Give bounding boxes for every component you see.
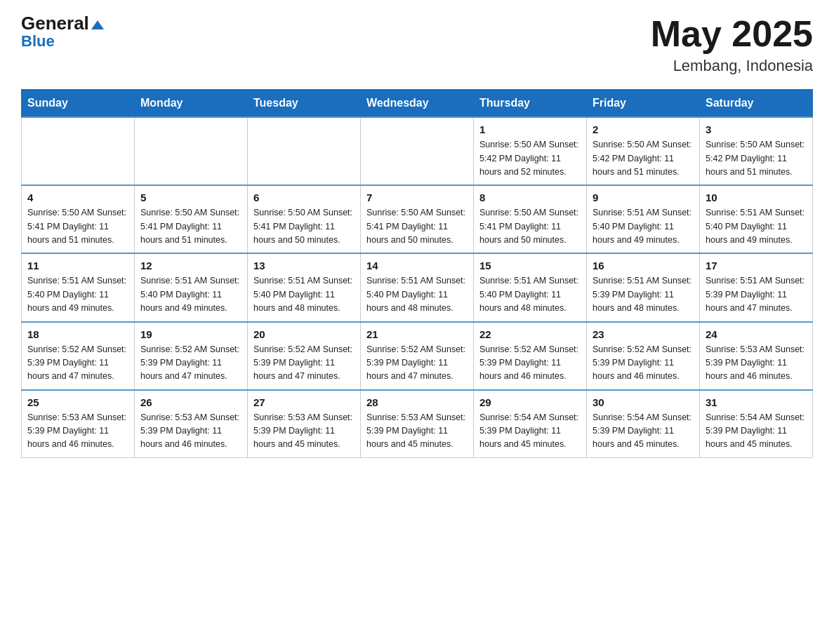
calendar-cell: 1Sunrise: 5:50 AM Sunset: 5:42 PM Daylig…	[474, 117, 587, 185]
logo-general-label: General	[21, 13, 89, 34]
calendar-cell: 11Sunrise: 5:51 AM Sunset: 5:40 PM Dayli…	[22, 253, 135, 321]
day-info: Sunrise: 5:52 AM Sunset: 5:39 PM Dayligh…	[366, 343, 468, 384]
calendar-cell: 4Sunrise: 5:50 AM Sunset: 5:41 PM Daylig…	[22, 185, 135, 253]
month-year-title: May 2025	[651, 14, 813, 54]
day-info: Sunrise: 5:51 AM Sunset: 5:39 PM Dayligh…	[593, 274, 694, 315]
logo-blue-text: Blue	[21, 32, 55, 51]
calendar-cell: 22Sunrise: 5:52 AM Sunset: 5:39 PM Dayli…	[474, 322, 587, 390]
day-number: 14	[366, 260, 468, 271]
calendar-cell: 5Sunrise: 5:50 AM Sunset: 5:41 PM Daylig…	[135, 185, 248, 253]
day-number: 9	[593, 192, 694, 203]
day-info: Sunrise: 5:52 AM Sunset: 5:39 PM Dayligh…	[593, 343, 694, 384]
day-info: Sunrise: 5:50 AM Sunset: 5:42 PM Dayligh…	[479, 138, 581, 179]
day-info: Sunrise: 5:51 AM Sunset: 5:40 PM Dayligh…	[366, 274, 468, 315]
day-number: 26	[140, 396, 241, 408]
calendar-cell: 14Sunrise: 5:51 AM Sunset: 5:40 PM Dayli…	[361, 253, 474, 321]
day-info: Sunrise: 5:51 AM Sunset: 5:40 PM Dayligh…	[706, 206, 807, 247]
day-number: 5	[140, 192, 241, 203]
calendar-cell: 7Sunrise: 5:50 AM Sunset: 5:41 PM Daylig…	[361, 185, 474, 253]
column-header-monday: Monday	[135, 90, 248, 118]
column-header-thursday: Thursday	[474, 90, 587, 118]
calendar-cell: 20Sunrise: 5:52 AM Sunset: 5:39 PM Dayli…	[248, 322, 361, 390]
day-info: Sunrise: 5:50 AM Sunset: 5:41 PM Dayligh…	[253, 206, 355, 247]
day-number: 21	[366, 328, 468, 340]
day-number: 22	[479, 328, 581, 340]
day-info: Sunrise: 5:53 AM Sunset: 5:39 PM Dayligh…	[706, 343, 807, 384]
day-info: Sunrise: 5:51 AM Sunset: 5:40 PM Dayligh…	[479, 274, 581, 315]
day-info: Sunrise: 5:52 AM Sunset: 5:39 PM Dayligh…	[140, 343, 241, 384]
day-number: 2	[593, 123, 694, 135]
day-info: Sunrise: 5:53 AM Sunset: 5:39 PM Dayligh…	[253, 411, 355, 452]
day-info: Sunrise: 5:54 AM Sunset: 5:39 PM Dayligh…	[706, 411, 807, 452]
calendar-table: SundayMondayTuesdayWednesdayThursdayFrid…	[21, 89, 813, 458]
day-number: 29	[479, 396, 581, 408]
day-number: 28	[366, 396, 468, 408]
calendar-header-row: SundayMondayTuesdayWednesdayThursdayFrid…	[22, 90, 813, 118]
column-header-wednesday: Wednesday	[361, 90, 474, 118]
day-number: 6	[253, 192, 355, 203]
day-number: 7	[366, 192, 468, 203]
day-number: 18	[27, 328, 128, 340]
calendar-week-row: 25Sunrise: 5:53 AM Sunset: 5:39 PM Dayli…	[22, 390, 813, 458]
day-info: Sunrise: 5:52 AM Sunset: 5:39 PM Dayligh…	[479, 343, 581, 384]
location-label: Lembang, Indonesia	[651, 57, 813, 75]
calendar-cell: 29Sunrise: 5:54 AM Sunset: 5:39 PM Dayli…	[474, 390, 587, 458]
day-number: 23	[593, 328, 694, 340]
day-number: 16	[593, 260, 694, 271]
day-info: Sunrise: 5:53 AM Sunset: 5:39 PM Dayligh…	[140, 411, 241, 452]
calendar-cell	[22, 117, 135, 185]
day-number: 10	[706, 192, 807, 203]
calendar-cell: 26Sunrise: 5:53 AM Sunset: 5:39 PM Dayli…	[135, 390, 248, 458]
day-number: 30	[593, 396, 694, 408]
calendar-week-row: 4Sunrise: 5:50 AM Sunset: 5:41 PM Daylig…	[22, 185, 813, 253]
logo-triangle	[91, 20, 104, 29]
day-number: 3	[706, 123, 807, 135]
day-number: 31	[706, 396, 807, 408]
column-header-saturday: Saturday	[700, 90, 813, 118]
day-info: Sunrise: 5:50 AM Sunset: 5:41 PM Dayligh…	[140, 206, 241, 247]
calendar-cell: 24Sunrise: 5:53 AM Sunset: 5:39 PM Dayli…	[700, 322, 813, 390]
title-block: May 2025 Lembang, Indonesia	[651, 14, 813, 75]
day-number: 27	[253, 396, 355, 408]
calendar-cell: 23Sunrise: 5:52 AM Sunset: 5:39 PM Dayli…	[587, 322, 700, 390]
day-info: Sunrise: 5:53 AM Sunset: 5:39 PM Dayligh…	[27, 411, 128, 452]
calendar-cell: 31Sunrise: 5:54 AM Sunset: 5:39 PM Dayli…	[700, 390, 813, 458]
calendar-cell: 19Sunrise: 5:52 AM Sunset: 5:39 PM Dayli…	[135, 322, 248, 390]
column-header-tuesday: Tuesday	[248, 90, 361, 118]
day-number: 15	[479, 260, 581, 271]
page-header: General Blue May 2025 Lembang, Indonesia	[21, 14, 813, 75]
calendar-cell: 17Sunrise: 5:51 AM Sunset: 5:39 PM Dayli…	[700, 253, 813, 321]
day-info: Sunrise: 5:50 AM Sunset: 5:41 PM Dayligh…	[479, 206, 581, 247]
calendar-cell: 8Sunrise: 5:50 AM Sunset: 5:41 PM Daylig…	[474, 185, 587, 253]
calendar-cell: 9Sunrise: 5:51 AM Sunset: 5:40 PM Daylig…	[587, 185, 700, 253]
logo-blue-label: Blue	[21, 32, 55, 51]
day-info: Sunrise: 5:50 AM Sunset: 5:41 PM Dayligh…	[366, 206, 468, 247]
day-info: Sunrise: 5:54 AM Sunset: 5:39 PM Dayligh…	[593, 411, 694, 452]
calendar-cell: 27Sunrise: 5:53 AM Sunset: 5:39 PM Dayli…	[248, 390, 361, 458]
day-info: Sunrise: 5:51 AM Sunset: 5:40 PM Dayligh…	[593, 206, 694, 247]
day-info: Sunrise: 5:52 AM Sunset: 5:39 PM Dayligh…	[27, 343, 128, 384]
calendar-week-row: 1Sunrise: 5:50 AM Sunset: 5:42 PM Daylig…	[22, 117, 813, 185]
calendar-cell	[361, 117, 474, 185]
day-info: Sunrise: 5:51 AM Sunset: 5:39 PM Dayligh…	[706, 274, 807, 315]
day-info: Sunrise: 5:50 AM Sunset: 5:41 PM Dayligh…	[27, 206, 128, 247]
day-number: 8	[479, 192, 581, 203]
calendar-cell: 2Sunrise: 5:50 AM Sunset: 5:42 PM Daylig…	[587, 117, 700, 185]
calendar-cell: 28Sunrise: 5:53 AM Sunset: 5:39 PM Dayli…	[361, 390, 474, 458]
day-number: 11	[27, 260, 128, 271]
day-info: Sunrise: 5:51 AM Sunset: 5:40 PM Dayligh…	[253, 274, 355, 315]
day-number: 4	[27, 192, 128, 203]
calendar-week-row: 18Sunrise: 5:52 AM Sunset: 5:39 PM Dayli…	[22, 322, 813, 390]
calendar-cell: 13Sunrise: 5:51 AM Sunset: 5:40 PM Dayli…	[248, 253, 361, 321]
day-info: Sunrise: 5:52 AM Sunset: 5:39 PM Dayligh…	[253, 343, 355, 384]
day-info: Sunrise: 5:51 AM Sunset: 5:40 PM Dayligh…	[140, 274, 241, 315]
calendar-cell: 30Sunrise: 5:54 AM Sunset: 5:39 PM Dayli…	[587, 390, 700, 458]
day-info: Sunrise: 5:50 AM Sunset: 5:42 PM Dayligh…	[706, 138, 807, 179]
calendar-week-row: 11Sunrise: 5:51 AM Sunset: 5:40 PM Dayli…	[22, 253, 813, 321]
day-info: Sunrise: 5:50 AM Sunset: 5:42 PM Dayligh…	[593, 138, 694, 179]
logo-general-text: General	[21, 14, 104, 32]
day-info: Sunrise: 5:53 AM Sunset: 5:39 PM Dayligh…	[366, 411, 468, 452]
logo: General Blue	[21, 14, 104, 51]
day-number: 25	[27, 396, 128, 408]
calendar-cell: 16Sunrise: 5:51 AM Sunset: 5:39 PM Dayli…	[587, 253, 700, 321]
